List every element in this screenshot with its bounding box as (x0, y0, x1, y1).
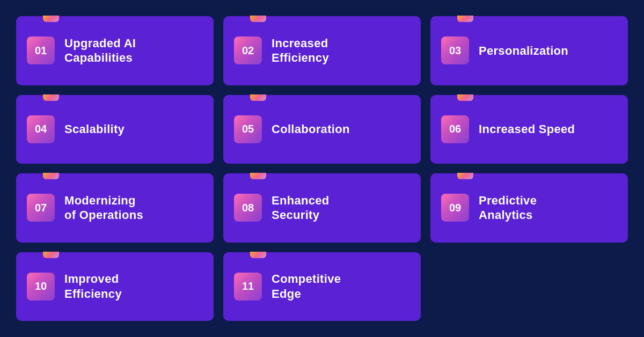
card-08: 08EnhancedSecurity (223, 173, 421, 243)
card-04: 04Scalability (16, 95, 214, 164)
card-02: 02IncreasedEfficiency (223, 16, 421, 85)
cards-grid: 01Upgraded AICapabilities02IncreasedEffi… (0, 0, 644, 337)
card-number-04: 04 (27, 115, 55, 143)
card-number-02: 02 (234, 36, 262, 64)
card-number-01: 01 (27, 36, 55, 64)
card-number-10: 10 (27, 273, 55, 301)
card-06: 06Increased Speed (430, 95, 628, 164)
card-label-05: Collaboration (272, 122, 350, 137)
card-10: 10ImprovedEfficiency (16, 252, 214, 321)
card-label-10: ImprovedEfficiency (64, 272, 122, 301)
card-label-02: IncreasedEfficiency (272, 36, 329, 65)
card-label-09: PredictiveAnalytics (479, 193, 537, 223)
card-07: 07Modernizingof Operations (16, 173, 214, 243)
card-05: 05Collaboration (223, 95, 421, 164)
card-09: 09PredictiveAnalytics (430, 173, 628, 243)
card-number-06: 06 (441, 115, 469, 143)
card-number-05: 05 (234, 115, 262, 143)
card-label-03: Personalization (479, 43, 568, 58)
card-number-03: 03 (441, 36, 469, 64)
card-label-01: Upgraded AICapabilities (64, 36, 136, 65)
card-label-07: Modernizingof Operations (64, 193, 143, 223)
card-number-08: 08 (234, 194, 262, 222)
card-11: 11CompetitiveEdge (223, 252, 421, 321)
card-number-11: 11 (234, 273, 262, 301)
card-label-04: Scalability (64, 122, 125, 137)
card-label-08: EnhancedSecurity (272, 193, 330, 223)
card-number-07: 07 (27, 194, 55, 222)
card-label-06: Increased Speed (479, 122, 575, 137)
card-03: 03Personalization (430, 16, 628, 85)
card-01: 01Upgraded AICapabilities (16, 16, 214, 85)
card-number-09: 09 (441, 194, 469, 222)
card-label-11: CompetitiveEdge (272, 272, 341, 301)
